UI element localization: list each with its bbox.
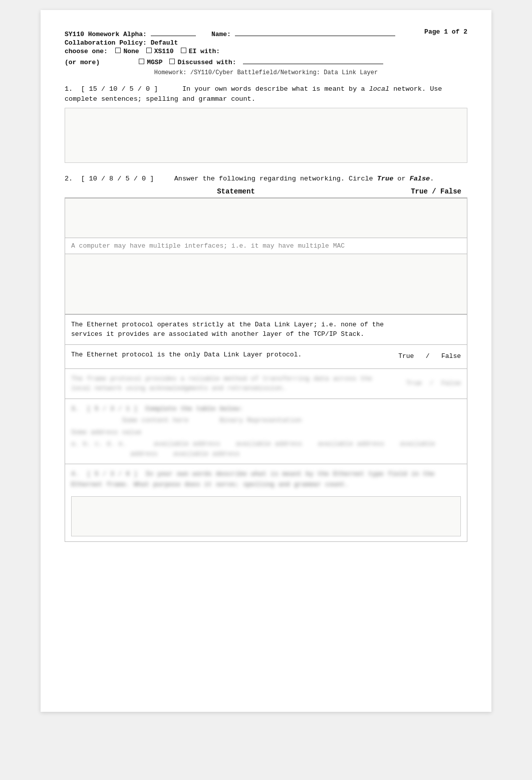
- row-blurred-1-tf: True / False: [396, 374, 461, 394]
- q2-prompt2: .: [430, 175, 434, 182]
- q2-row-ethernet-only: The Ethernet protocol is the only Data L…: [65, 345, 467, 369]
- option-discussed-label: Discussed with:: [177, 59, 236, 66]
- question-1-block: 1. [ 15 / 10 / 5 / 0 ] In your own words…: [65, 84, 467, 163]
- q1-line: 1. [ 15 / 10 / 5 / 0 ] In your own words…: [65, 84, 467, 105]
- page-label: Page: [424, 28, 440, 36]
- option-discussed[interactable]: Discussed with:: [169, 56, 383, 66]
- choose-label: choose one:: [65, 48, 108, 55]
- q2-row-blurred-3: 4. [ 5 / 3 / 0 ] In your own words descr…: [65, 464, 467, 542]
- spacer1: [196, 31, 211, 38]
- row-blurred-3-content: 4. [ 5 / 3 / 0 ] In your own words descr…: [71, 469, 461, 493]
- spacer3: [108, 48, 116, 55]
- option-none-label: None: [123, 48, 139, 55]
- row-blurred-2-content: 3. [ 5 / 3 / 1 ] Complete the table belo…: [71, 404, 461, 459]
- q2-spacer-top: [65, 198, 467, 238]
- course-label: SY110 Homework: [65, 31, 119, 38]
- question-2-block: 2. [ 10 / 8 / 5 / 0 ] Answer the followi…: [65, 175, 467, 542]
- total-pages: 2: [463, 28, 467, 36]
- alpha-field[interactable]: [151, 28, 196, 36]
- q1-prompt: In your own words describe what is meant…: [182, 85, 365, 93]
- q2-keyword-true: True: [377, 175, 393, 182]
- checkbox-xs110[interactable]: [146, 48, 152, 53]
- q2-keyword-or: or: [397, 175, 405, 182]
- collab-label: Collaboration Policy: Default: [65, 39, 178, 47]
- checkbox-none[interactable]: [115, 48, 121, 53]
- col-tf: True / False: [401, 187, 461, 196]
- q2-row-blurred-1: The frame protocol provides a reliable m…: [65, 369, 467, 399]
- choose-row-2: (or more) MGSP Discussed with:: [65, 56, 467, 66]
- q1-points: [ 15 / 10 / 5 / 0 ]: [81, 85, 158, 93]
- option-ei-label: EI with:: [189, 48, 220, 55]
- page-num-value: 1: [444, 28, 448, 36]
- collab-row: Collaboration Policy: Default: [65, 39, 467, 47]
- spacer4: [100, 59, 139, 66]
- q3-answer-box[interactable]: [71, 496, 461, 536]
- option-mgsp[interactable]: MGSP: [139, 59, 162, 66]
- or-more-label: (or more): [65, 59, 100, 66]
- spacer5: [237, 59, 241, 66]
- name-label: Name:: [211, 31, 231, 38]
- q2-number: 2.: [65, 175, 73, 182]
- q2-table: A computer may have multiple interfaces;…: [65, 198, 467, 542]
- row-ethernet-dll-statement: The Ethernet protocol operates strictly …: [71, 320, 396, 339]
- option-none[interactable]: None: [115, 48, 139, 55]
- homework-path: Homework: /SY110/Cyber Battlefield/Netwo…: [65, 69, 467, 76]
- row-ethernet-only-tf: True / False: [396, 350, 461, 363]
- q2-spacer-mid: [65, 254, 467, 314]
- q2-row-ethernet-dll: The Ethernet protocol operates strictly …: [65, 314, 467, 345]
- q2-keyword-false: False: [410, 175, 430, 182]
- checkbox-discussed[interactable]: [169, 59, 175, 64]
- option-xs110[interactable]: XS110: [146, 48, 174, 55]
- q1-number: 1.: [65, 85, 73, 93]
- q2-mac-row: A computer may have multiple interfaces;…: [65, 238, 467, 254]
- name-field[interactable]: [235, 28, 395, 36]
- spacer2: [231, 31, 235, 38]
- alpha-label-text: Alpha:: [119, 31, 150, 38]
- table-header: Statement True / False: [65, 185, 467, 198]
- row-ethernet-only-statement: The Ethernet protocol is the only Data L…: [71, 350, 396, 363]
- row-ethernet-dll-tf: [396, 320, 461, 339]
- row-blurred-1-statement: The frame protocol provides a reliable m…: [71, 374, 396, 394]
- q1-answer-box[interactable]: [65, 108, 467, 163]
- option-ei[interactable]: EI with:: [181, 48, 220, 55]
- checkbox-ei[interactable]: [181, 48, 186, 53]
- discussed-field[interactable]: [243, 56, 383, 64]
- col-statement: Statement: [71, 187, 401, 196]
- header-row-1: SY110 Homework Alpha: Name:: [65, 28, 467, 38]
- page: Page 1 of 2 SY110 Homework Alpha: Name: …: [41, 10, 491, 712]
- q2-row-blurred-2: 3. [ 5 / 3 / 1 ] Complete the table belo…: [65, 399, 467, 465]
- option-xs110-label: XS110: [154, 48, 174, 55]
- of-label: of: [452, 28, 460, 36]
- q2-prompt: Answer the following regarding networkin…: [174, 175, 373, 182]
- page-number: Page 1 of 2: [424, 28, 467, 36]
- q2-header: 2. [ 10 / 8 / 5 / 0 ] Answer the followi…: [65, 175, 467, 182]
- option-mgsp-label: MGSP: [147, 59, 162, 66]
- q2-points: [ 10 / 8 / 5 / 0 ]: [81, 175, 154, 182]
- q1-keyword: local: [369, 85, 390, 93]
- checkbox-mgsp[interactable]: [139, 59, 144, 64]
- choose-row: choose one: None XS110 EI with:: [65, 48, 467, 55]
